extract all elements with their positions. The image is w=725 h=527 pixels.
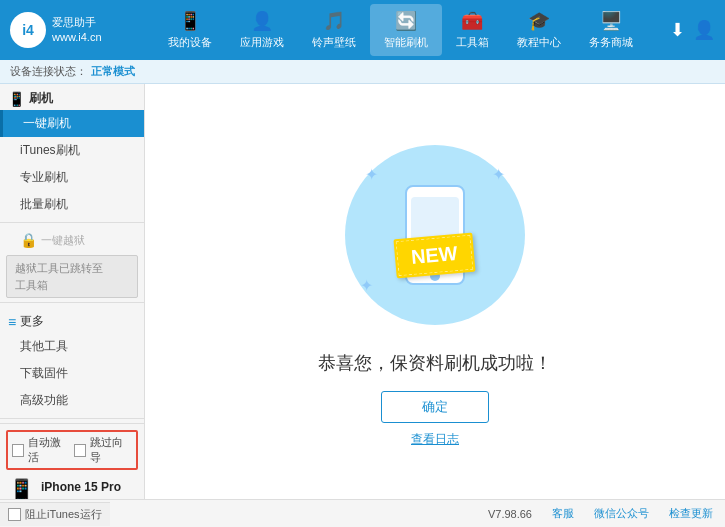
tab-toolbox[interactable]: 🧰 工具箱 xyxy=(442,4,503,56)
sparkle-bottom-left-icon: ✦ xyxy=(360,276,373,295)
sidebar: 📱 刷机 一键刷机 iTunes刷机 专业刷机 批量刷机 🔒 一键越狱 越狱工具… xyxy=(0,84,145,499)
tab-service-icon: 🖥️ xyxy=(600,10,622,32)
sidebar-item-batch-flash[interactable]: 批量刷机 xyxy=(0,191,144,218)
sidebar-jailbreak-header: 🔒 一键越狱 xyxy=(0,227,144,253)
sidebar-divider-2 xyxy=(0,302,144,303)
lock-icon: 🔒 xyxy=(20,232,37,248)
tab-service-label: 务务商城 xyxy=(589,35,633,50)
stop-itunes-label: 阻止iTunes运行 xyxy=(25,507,102,522)
success-message: 恭喜您，保资料刷机成功啦！ xyxy=(318,351,552,375)
sparkle-top-left-icon: ✦ xyxy=(365,165,378,184)
phone-container: NEW xyxy=(405,185,465,285)
sidebar-divider-1 xyxy=(0,222,144,223)
sparkle-top-right-icon: ✦ xyxy=(492,165,505,184)
header: i4 爱思助手 www.i4.cn 📱 我的设备 👤 应用游戏 🎵 铃声壁纸 🔄… xyxy=(0,0,725,60)
sidebar-more-header: ≡ 更多 xyxy=(0,307,144,333)
logo-line2: www.i4.cn xyxy=(52,30,102,45)
logo-circle-text: i4 xyxy=(22,22,34,38)
skip-guide-checkbox[interactable] xyxy=(74,444,86,457)
tab-toolbox-label: 工具箱 xyxy=(456,35,489,50)
device-info: 📱 iPhone 15 Pro Max 512GB iPhone xyxy=(6,474,138,499)
sidebar-item-itunes-flash[interactable]: iTunes刷机 xyxy=(0,137,144,164)
sidebar-divider-3 xyxy=(0,418,144,419)
device-phone-icon: 📱 xyxy=(8,478,35,499)
content-area: ✦ ✦ ✦ NEW 恭喜您，保资料刷机成功啦！ 确定 查看日志 xyxy=(145,84,725,499)
tab-my-device-label: 我的设备 xyxy=(168,35,212,50)
sidebar-jailbreak-notice: 越狱工具已跳转至工具箱 xyxy=(6,255,138,298)
tab-tutorial-label: 教程中心 xyxy=(517,35,561,50)
tab-tutorial[interactable]: 🎓 教程中心 xyxy=(503,4,575,56)
sidebar-item-other-tools[interactable]: 其他工具 xyxy=(0,333,144,360)
user-button[interactable]: 👤 xyxy=(693,19,715,41)
tab-my-device-icon: 📱 xyxy=(179,10,201,32)
device-section: 自动激活 跳过向导 📱 iPhone 15 Pro Max 512GB iPho… xyxy=(0,423,144,499)
main-layout: 📱 刷机 一键刷机 iTunes刷机 专业刷机 批量刷机 🔒 一键越狱 越狱工具… xyxy=(0,84,725,499)
logo-icon: i4 xyxy=(10,12,46,48)
tab-apps-games-label: 应用游戏 xyxy=(240,35,284,50)
tab-smart-flash-icon: 🔄 xyxy=(395,10,417,32)
success-illustration: ✦ ✦ ✦ NEW xyxy=(335,135,535,335)
device-details: iPhone 15 Pro Max 512GB iPhone xyxy=(41,478,136,499)
tab-ringtones-icon: 🎵 xyxy=(323,10,345,32)
sidebar-flash-header: 📱 刷机 xyxy=(0,84,144,110)
nav-tabs: 📱 我的设备 👤 应用游戏 🎵 铃声壁纸 🔄 智能刷机 🧰 工具箱 🎓 教程中心… xyxy=(130,4,670,56)
tab-service[interactable]: 🖥️ 务务商城 xyxy=(575,4,647,56)
bottom-bar: 阻止iTunes运行 V7.98.66 客服 微信公众号 检查更新 xyxy=(0,499,725,527)
auto-activate-label[interactable]: 自动激活 xyxy=(28,435,70,465)
customer-service-link[interactable]: 客服 xyxy=(552,506,574,521)
tab-toolbox-icon: 🧰 xyxy=(461,10,483,32)
check-update-link[interactable]: 检查更新 xyxy=(669,506,713,521)
flash-icon: 📱 xyxy=(8,91,25,107)
tab-my-device[interactable]: 📱 我的设备 xyxy=(154,4,226,56)
device-name: iPhone 15 Pro Max xyxy=(41,478,136,499)
tab-ringtones-label: 铃声壁纸 xyxy=(312,35,356,50)
ribbon-text: NEW xyxy=(410,242,458,268)
ok-button[interactable]: 确定 xyxy=(381,391,489,423)
wechat-link[interactable]: 微信公众号 xyxy=(594,506,649,521)
auto-activate-checkbox[interactable] xyxy=(12,444,24,457)
stop-itunes-checkbox[interactable] xyxy=(8,508,21,521)
tab-apps-games[interactable]: 👤 应用游戏 xyxy=(226,4,298,56)
auto-activate-row: 自动激活 跳过向导 xyxy=(6,430,138,470)
sidebar-item-pro-flash[interactable]: 专业刷机 xyxy=(0,164,144,191)
tab-ringtones[interactable]: 🎵 铃声壁纸 xyxy=(298,4,370,56)
stop-itunes-section: 阻止iTunes运行 xyxy=(0,502,110,526)
tab-tutorial-icon: 🎓 xyxy=(528,10,550,32)
logo-text: 爱思助手 www.i4.cn xyxy=(52,15,102,46)
new-ribbon: NEW xyxy=(393,233,475,279)
tab-smart-flash-label: 智能刷机 xyxy=(384,35,428,50)
tab-apps-games-icon: 👤 xyxy=(251,10,273,32)
status-bar: 设备连接状态： 正常模式 xyxy=(0,60,725,84)
skip-guide-label[interactable]: 跳过向导 xyxy=(90,435,132,465)
flash-header-label: 刷机 xyxy=(29,90,53,107)
logo-line1: 爱思助手 xyxy=(52,15,102,30)
sidebar-item-one-key-flash[interactable]: 一键刷机 xyxy=(0,110,144,137)
view-log-link[interactable]: 查看日志 xyxy=(411,431,459,448)
bottom-right: V7.98.66 客服 微信公众号 检查更新 xyxy=(476,506,725,521)
more-icon: ≡ xyxy=(8,314,16,330)
sidebar-item-download-firmware[interactable]: 下载固件 xyxy=(0,360,144,387)
status-prefix: 设备连接状态： xyxy=(10,64,87,79)
logo: i4 爱思助手 www.i4.cn xyxy=(10,12,130,48)
sidebar-item-advanced[interactable]: 高级功能 xyxy=(0,387,144,414)
download-button[interactable]: ⬇ xyxy=(670,19,685,41)
header-right: ⬇ 👤 xyxy=(670,19,715,41)
tab-smart-flash[interactable]: 🔄 智能刷机 xyxy=(370,4,442,56)
status-mode: 正常模式 xyxy=(91,64,135,79)
version-label: V7.98.66 xyxy=(488,508,532,520)
circle-background: ✦ ✦ ✦ NEW xyxy=(345,145,525,325)
